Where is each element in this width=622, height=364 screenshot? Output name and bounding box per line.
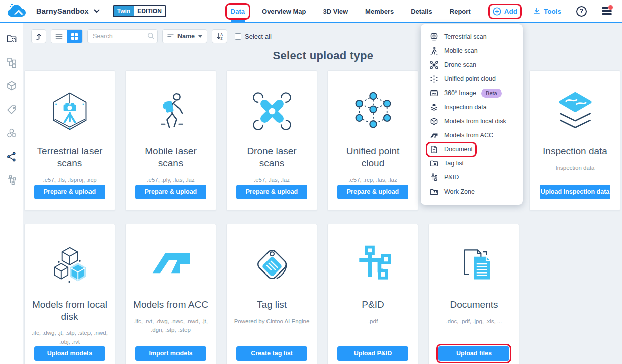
menu-item-mobile-scan[interactable]: Mobile scan [421, 44, 523, 58]
sidebar-cube-icon[interactable] [6, 80, 17, 92]
card-unified-point-cloud: Unified point cloud .e57, .rcp, .las, .l… [327, 70, 418, 211]
menu-item-models-local-disk[interactable]: Models from local disk [421, 114, 523, 128]
header-actions: Add Tools ? [493, 6, 612, 17]
card-title: Unified point cloud [333, 145, 413, 169]
svg-text:Z: Z [220, 37, 222, 40]
card-title: Tag list [255, 299, 289, 311]
main-nav: Data Overview Map 3D View Members Detail… [231, 0, 471, 22]
card-models-acc: Models from ACC .ifc, .rvt, .dwg, .nwc, … [125, 224, 216, 364]
card-tag-list: Tag list Powered by Cintoo AI Engine Cre… [226, 224, 317, 364]
menu-item-drone-scan[interactable]: Drone scan [421, 58, 523, 72]
upload-inspection-data-button[interactable]: Upload inspection data [540, 185, 610, 199]
tab-overview-map[interactable]: Overview Map [262, 0, 306, 22]
beta-badge: Beta [481, 89, 502, 98]
edition-badge-primary: Twin [114, 6, 134, 16]
arrow-up-icon [35, 33, 43, 40]
chevron-down-icon [198, 35, 202, 38]
card-title: Documents [448, 299, 500, 311]
menu-item-360-image[interactable]: 360° Image Beta [421, 86, 523, 100]
pid-icon [430, 173, 438, 182]
drone-scan-icon [250, 84, 294, 138]
card-formats: Inspection data [554, 164, 595, 172]
select-all-label: Select all [245, 33, 272, 40]
top-bar: BarnySandbox Twin EDITION Data Overview … [0, 0, 622, 23]
filter-lines-icon [167, 34, 174, 39]
models-local-disk-icon [430, 117, 438, 126]
menu-item-tag-list[interactable]: Tag list [421, 156, 523, 170]
card-terrestrial-laser-scans: Terrestrial laser scans .e57, .fls, .lsp… [24, 70, 115, 211]
card-formats: .ifc, .rvt, .dwg, .nwc, .nwd, .jt, .dgn,… [131, 317, 211, 335]
document-icon [430, 145, 438, 154]
tag-list-icon [430, 159, 438, 168]
import-models-button[interactable]: Import models [135, 346, 206, 361]
sidebar-share-icon[interactable] [6, 151, 17, 162]
toolbar: Name A Z Select all [31, 29, 622, 43]
card-formats: .e57, .las, .laz [253, 176, 291, 185]
sidebar-pid-icon[interactable] [6, 175, 17, 186]
select-all-control[interactable]: Select all [235, 33, 272, 40]
sidebar-tag-icon[interactable] [6, 104, 17, 115]
menu-item-pid[interactable]: P&ID [421, 170, 523, 185]
menu-item-unified-point-cloud[interactable]: Unified point cloud [421, 72, 523, 86]
menu-item-inspection-data[interactable]: Inspection data [421, 100, 523, 114]
edition-badge: Twin EDITION [113, 5, 166, 17]
card-formats: .ifc, .dwg, .jt, .stp, .step, .nwd, .obj… [30, 329, 110, 346]
terrestrial-scan-icon [48, 84, 92, 138]
mobile-scan-icon [430, 47, 438, 55]
prepare-upload-drone-button[interactable]: Prepare & upload [236, 185, 307, 199]
edition-badge-secondary: EDITION [134, 6, 165, 16]
card-title: Models from ACC [131, 299, 210, 311]
prepare-upload-unified-button[interactable]: Prepare & upload [337, 185, 408, 199]
select-all-checkbox[interactable] [235, 33, 241, 40]
upload-pid-button[interactable]: Upload P&ID [337, 346, 408, 361]
search-icon[interactable] [147, 32, 155, 42]
documents-icon [453, 237, 496, 292]
drone-scan-icon [430, 61, 438, 69]
svg-text:A: A [220, 33, 223, 36]
tab-3d-view[interactable]: 3D View [323, 0, 348, 22]
prepare-upload-mobile-button[interactable]: Prepare & upload [135, 185, 206, 199]
list-view-button[interactable] [51, 30, 67, 43]
menu-item-document[interactable]: Document [421, 142, 523, 156]
add-button[interactable]: Add [493, 7, 517, 16]
menu-button[interactable] [602, 7, 612, 15]
sidebar-work-zone-icon[interactable] [6, 33, 17, 44]
terrestrial-scan-icon [430, 33, 438, 41]
project-chevron-down-icon[interactable] [94, 9, 100, 13]
create-tag-list-button[interactable]: Create tag list [236, 346, 307, 361]
grid-view-button[interactable] [67, 30, 82, 43]
upload-files-button[interactable]: Upload files [438, 346, 509, 361]
mobile-scan-icon [149, 84, 193, 138]
unified-point-cloud-icon [351, 84, 395, 138]
card-title: Mobile laser scans [131, 145, 211, 169]
menu-item-work-zone[interactable]: Work Zone [421, 185, 523, 199]
upload-models-button[interactable]: Upload models [34, 346, 105, 361]
sidebar-hierarchy-icon[interactable] [6, 57, 17, 68]
card-title: Drone laser scans [232, 145, 312, 169]
move-up-button[interactable] [31, 29, 46, 43]
tab-report[interactable]: Report [450, 0, 471, 22]
sidebar-cubes-icon[interactable] [6, 128, 17, 139]
help-button[interactable]: ? [576, 6, 587, 17]
list-view-icon [55, 33, 63, 40]
prepare-upload-terrestrial-button[interactable]: Prepare & upload [34, 185, 105, 199]
sort-direction-button[interactable]: A Z [212, 29, 227, 43]
sort-field-dropdown[interactable]: Name [162, 29, 207, 43]
tools-button[interactable]: Tools [532, 7, 561, 15]
tab-details[interactable]: Details [411, 0, 432, 22]
cintoo-logo-icon[interactable] [7, 3, 30, 19]
card-formats: .doc, .pdf, .jpg, .xls, ... [445, 317, 503, 326]
menu-item-models-acc[interactable]: Models from ACC [421, 128, 523, 142]
card-documents: Documents .doc, .pdf, .jpg, .xls, ... Up… [428, 224, 519, 364]
card-formats: .pdf [367, 317, 379, 326]
notification-dot [608, 5, 613, 10]
tab-members[interactable]: Members [365, 0, 394, 22]
card-formats: Powered by Cintoo AI Engine [233, 317, 311, 326]
models-acc-icon [149, 237, 193, 292]
menu-item-terrestrial-scan[interactable]: Terrestrial scan [421, 30, 523, 44]
card-inspection-data: Inspection data Inspection data Upload i… [529, 70, 620, 211]
tab-data[interactable]: Data [231, 0, 245, 22]
card-models-local-disk: Models from local disk .ifc, .dwg, .jt, … [24, 224, 115, 364]
add-dropdown-menu: Terrestrial scan Mobile scan Drone scan … [421, 24, 523, 205]
pid-icon [351, 237, 395, 292]
